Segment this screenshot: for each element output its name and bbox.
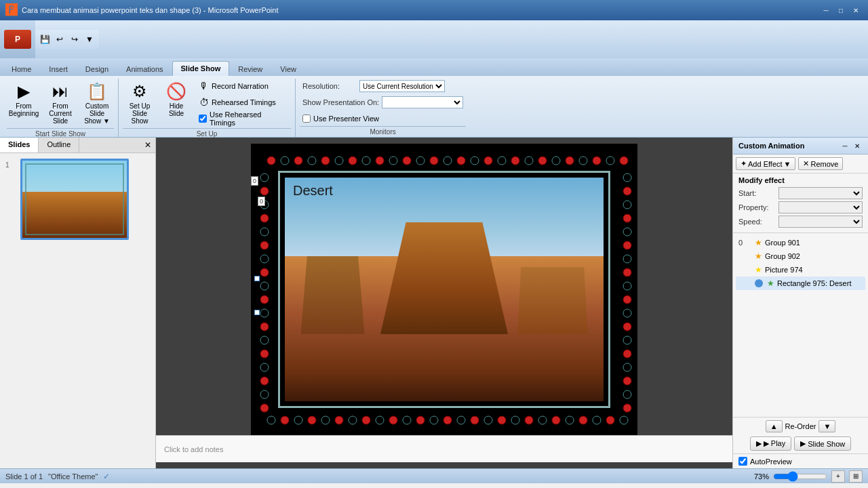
svg-point-47 xyxy=(538,416,547,424)
svg-point-24 xyxy=(593,157,601,165)
svg-point-23 xyxy=(579,157,587,165)
svg-point-62 xyxy=(260,282,269,290)
start-select[interactable] xyxy=(778,187,863,199)
desert-label: Desert xyxy=(293,183,333,199)
office-button[interactable]: P xyxy=(4,30,31,49)
from-current-slide-button[interactable]: ⏭ FromCurrent Slide xyxy=(43,79,77,127)
slide-show-button[interactable]: ▶ Slide Show xyxy=(794,436,851,451)
slides-panel-close-button[interactable]: ✕ xyxy=(140,138,155,152)
anim-name-group902: Group 902 xyxy=(765,252,800,260)
rehearsed-timings-button[interactable]: ⏱ Rehearsed Timings xyxy=(196,95,284,110)
custom-slide-show-label: CustomSlide Show ▼ xyxy=(82,102,112,125)
status-right: 73% + ⊞ xyxy=(754,470,863,483)
office-button-container: P xyxy=(0,20,35,58)
undo-quick-btn[interactable]: ↩ xyxy=(53,33,66,46)
svg-point-20 xyxy=(538,157,547,165)
rehearsed-timings-icon: ⏱ xyxy=(199,97,209,108)
custom-slide-show-button[interactable]: 📋 CustomSlide Show ▼ xyxy=(80,79,114,127)
notes-bar[interactable]: Click to add notes xyxy=(156,435,732,462)
svg-point-58 xyxy=(260,228,269,236)
outline-tab[interactable]: Outline xyxy=(39,138,79,152)
property-select[interactable] xyxy=(778,201,863,214)
ribbon-tab-bar: Home Insert Design Animations Slide Show… xyxy=(0,58,868,76)
minimize-button[interactable]: ─ xyxy=(819,4,833,16)
anim-item-picture974[interactable]: ★ Picture 974 xyxy=(736,263,865,277)
use-presenter-view-check[interactable]: Use Presenter View xyxy=(300,111,395,126)
svg-point-18 xyxy=(511,157,519,165)
panel-minimize-button[interactable]: ─ xyxy=(840,140,850,151)
set-up-label: Set UpSlide Show xyxy=(125,102,155,125)
selection-handle-left[interactable] xyxy=(254,276,260,281)
tab-review[interactable]: Review xyxy=(229,61,271,76)
resolution-label: Resolution: xyxy=(302,82,357,90)
slide-canvas[interactable]: Desert 0 0 xyxy=(251,144,637,435)
slides-tab[interactable]: Slides xyxy=(0,138,39,152)
zoom-slider[interactable] xyxy=(773,472,827,481)
record-narration-icon: 🎙 xyxy=(199,81,209,92)
svg-point-35 xyxy=(376,416,384,424)
svg-point-88 xyxy=(623,390,631,399)
tab-home[interactable]: Home xyxy=(3,61,40,76)
record-narration-button[interactable]: 🎙 Record Narration xyxy=(196,79,284,94)
anim-name-group901: Group 901 xyxy=(765,239,800,247)
tab-design[interactable]: Design xyxy=(77,61,117,76)
svg-point-71 xyxy=(260,404,269,412)
panel-close-button[interactable]: ✕ xyxy=(852,140,863,151)
reorder-down-button[interactable]: ▼ xyxy=(818,420,835,432)
resolution-select[interactable]: Use Current Resolution xyxy=(359,80,445,92)
tab-insert[interactable]: Insert xyxy=(40,61,77,76)
autopreview-checkbox[interactable] xyxy=(738,457,747,466)
slide-1-thumb[interactable]: 1 xyxy=(5,159,150,240)
anim-num-0: 0 xyxy=(738,239,752,247)
hide-slide-button[interactable]: 🚫 HideSlide xyxy=(159,79,193,119)
zoom-level: 73% xyxy=(754,472,769,481)
svg-point-5 xyxy=(335,157,343,165)
svg-point-51 xyxy=(593,416,601,424)
reorder-up-button[interactable]: ▲ xyxy=(766,420,783,432)
tab-view[interactable]: View xyxy=(271,61,305,76)
svg-point-45 xyxy=(511,416,519,424)
show-pres-select[interactable] xyxy=(382,96,463,108)
resolution-row: Resolution: Use Current Resolution xyxy=(300,79,448,94)
anim-item-rectangle975[interactable]: ★ Rectangle 975: Desert xyxy=(736,277,865,290)
svg-point-12 xyxy=(430,157,438,165)
speed-select[interactable] xyxy=(778,216,863,228)
svg-point-9 xyxy=(389,157,397,165)
svg-point-57 xyxy=(260,214,269,222)
from-beginning-icon: ▶ xyxy=(18,81,30,102)
anim-item-group902[interactable]: ★ Group 902 xyxy=(736,249,865,263)
app-logo-icon: 🅿 xyxy=(5,3,18,18)
svg-point-36 xyxy=(389,416,397,424)
tab-animations[interactable]: Animations xyxy=(117,61,172,76)
remove-button[interactable]: ✕ Remove xyxy=(798,157,843,170)
zoom-fit-button[interactable]: ⊞ xyxy=(849,470,863,483)
zoom-in-button[interactable]: + xyxy=(831,470,845,483)
panel-footer: ▲ Re-Order ▼ ▶ ▶ Play ▶ Slide Show xyxy=(733,417,868,453)
svg-point-22 xyxy=(566,157,574,165)
svg-point-49 xyxy=(566,416,574,424)
play-button[interactable]: ▶ ▶ Play xyxy=(750,436,791,451)
canvas-area[interactable]: Desert 0 0 Click to add notes xyxy=(156,138,732,468)
tab-slide-show[interactable]: Slide Show xyxy=(172,61,230,76)
modify-effect-title: Modify effect xyxy=(738,176,863,184)
selection-handle-left2[interactable] xyxy=(254,310,260,315)
use-rehearsed-timings-check[interactable]: Use Rehearsed Timings xyxy=(196,111,291,126)
panel-controls: ─ ✕ xyxy=(840,140,863,151)
svg-point-72 xyxy=(623,174,631,182)
close-button[interactable]: ✕ xyxy=(849,4,863,16)
save-quick-btn[interactable]: 💾 xyxy=(38,33,52,46)
slide-thumbnail-inner xyxy=(22,161,127,238)
use-rehearsed-timings-checkbox[interactable] xyxy=(199,115,207,123)
anim-item-group901[interactable]: 0 ★ Group 901 xyxy=(736,236,865,249)
use-presenter-view-checkbox[interactable] xyxy=(302,115,311,123)
desert-photo[interactable]: Desert xyxy=(285,178,604,401)
from-beginning-button[interactable]: ▶ FromBeginning xyxy=(7,79,41,119)
set-up-slide-show-button[interactable]: ⚙ Set UpSlide Show xyxy=(123,79,157,127)
maximize-button[interactable]: □ xyxy=(834,4,848,16)
add-effect-button[interactable]: ✦ Add Effect ▼ xyxy=(736,157,795,170)
redo-quick-btn[interactable]: ↪ xyxy=(68,33,81,46)
customize-quick-btn[interactable]: ▼ xyxy=(83,33,96,46)
svg-point-70 xyxy=(260,390,269,399)
title-bar: 🅿 Cara membuat animasi powerpoint teks d… xyxy=(0,0,868,20)
slide-1-thumbnail[interactable] xyxy=(20,159,129,240)
